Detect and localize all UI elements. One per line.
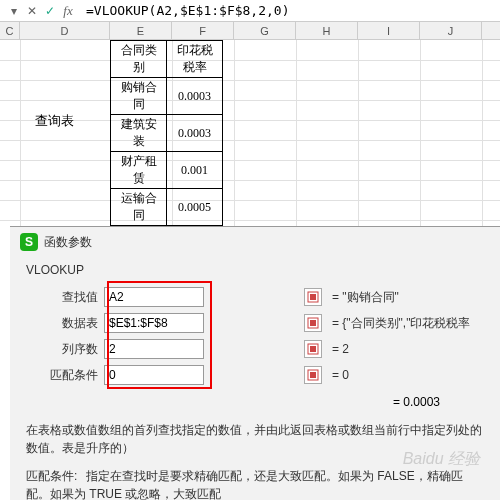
param-result: = "购销合同" — [332, 289, 399, 306]
side-label: 查询表 — [35, 112, 74, 130]
col-header[interactable]: G — [234, 22, 296, 39]
col-header[interactable]: J — [420, 22, 482, 39]
spreadsheet-grid[interactable]: 2,$E$1:$F$8,2,0) 查询表 合同类别印花税税率 购销合同0.000… — [0, 40, 500, 240]
wps-logo-icon: S — [20, 233, 38, 251]
param-result: = {"合同类别","印花税税率 — [332, 315, 470, 332]
function-args-dialog: S 函数参数 VLOOKUP 查找值 = "购销合同" 数据表 = {"合同类别… — [10, 226, 500, 500]
function-name: VLOOKUP — [10, 257, 500, 287]
cancel-icon[interactable]: ✕ — [24, 3, 40, 19]
lookup-value-input[interactable] — [104, 287, 204, 307]
ref-picker-icon[interactable] — [304, 288, 322, 306]
col-header[interactable]: I — [358, 22, 420, 39]
col-header[interactable]: D — [20, 22, 110, 39]
ref-picker-icon[interactable] — [304, 366, 322, 384]
column-headers: C D E F G H I J — [0, 22, 500, 40]
param-result: = 2 — [332, 342, 349, 356]
function-description: 在表格或数值数组的首列查找指定的数值，并由此返回表格或数组当前行中指定列处的数值… — [10, 417, 500, 461]
dropdown-icon[interactable]: ▾ — [6, 3, 22, 19]
svg-rect-5 — [310, 346, 316, 352]
formula-input[interactable]: =VLOOKUP(A2,$E$1:$F$8,2,0) — [82, 3, 290, 18]
svg-rect-7 — [310, 372, 316, 378]
svg-rect-1 — [310, 294, 316, 300]
col-header[interactable]: H — [296, 22, 358, 39]
col-header[interactable]: E — [110, 22, 172, 39]
table-array-input[interactable] — [104, 313, 204, 333]
svg-rect-3 — [310, 320, 316, 326]
param-result: = 0 — [332, 368, 349, 382]
ref-picker-icon[interactable] — [304, 340, 322, 358]
param-label: 列序数 — [26, 341, 104, 358]
dialog-title: 函数参数 — [44, 234, 92, 251]
accept-icon[interactable]: ✓ — [42, 3, 58, 19]
fx-icon[interactable]: fx — [60, 3, 76, 19]
col-header[interactable]: C — [0, 22, 20, 39]
final-result: = 0.0003 — [10, 391, 500, 417]
param-label: 数据表 — [26, 315, 104, 332]
param-label: 查找值 — [26, 289, 104, 306]
param-description: 匹配条件:指定在查找时是要求精确匹配，还是大致匹配。如果为 FALSE，精确匹配… — [10, 461, 500, 500]
param-label: 匹配条件 — [26, 367, 104, 384]
ref-picker-icon[interactable] — [304, 314, 322, 332]
col-index-input[interactable] — [104, 339, 204, 359]
col-header[interactable]: F — [172, 22, 234, 39]
range-lookup-input[interactable] — [104, 365, 204, 385]
